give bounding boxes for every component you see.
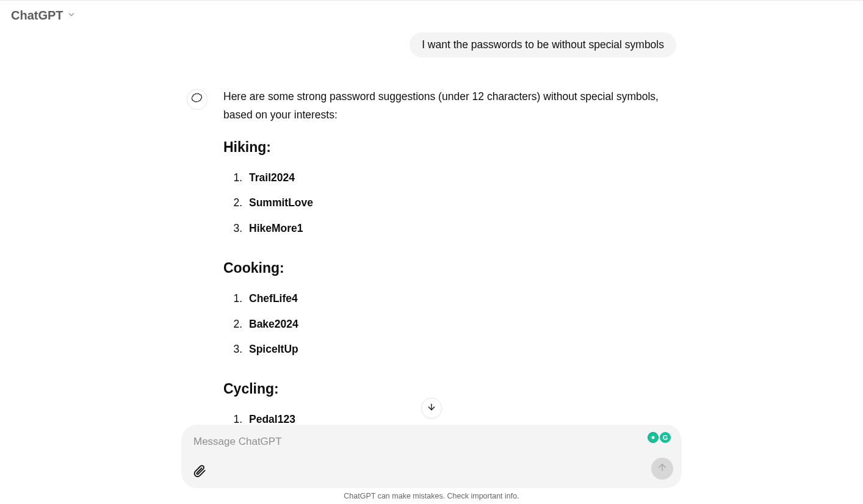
grammarly-icon[interactable]: G — [660, 432, 671, 443]
openai-logo-icon — [191, 92, 203, 107]
extension-badges: G — [648, 432, 671, 443]
paperclip-icon — [193, 464, 206, 480]
password-value: Trail2024 — [249, 171, 295, 184]
send-button[interactable] — [651, 458, 673, 480]
list-item: SummitLove — [245, 190, 676, 216]
footer-disclaimer: ChatGPT can make mistakes. Check importa… — [181, 488, 682, 502]
password-list: ChefLife4 Bake2024 SpiceItUp — [223, 286, 676, 362]
list-item: ChefLife4 — [245, 286, 676, 312]
extension-badge-icon[interactable] — [648, 432, 659, 443]
password-list: Trail2024 SummitLove HikeMore1 — [223, 165, 676, 242]
chat-thread: I want the passwords to be without speci… — [181, 25, 682, 425]
category-title: Cooking: — [223, 256, 676, 280]
list-item: Trail2024 — [245, 165, 676, 191]
arrow-up-icon — [657, 462, 668, 475]
password-value: SpiceItUp — [249, 343, 298, 355]
attach-button[interactable] — [191, 464, 208, 481]
header: ChatGPT — [0, 1, 863, 25]
password-value: SummitLove — [249, 196, 313, 209]
list-item: Pedal123 — [245, 407, 676, 425]
assistant-intro: Here are some strong password suggestion… — [223, 88, 676, 124]
model-selector[interactable]: ChatGPT — [11, 9, 63, 23]
password-value: HikeMore1 — [249, 222, 303, 234]
chevron-down-icon — [67, 10, 76, 21]
password-value: Pedal123 — [249, 413, 295, 425]
assistant-message-content: Here are some strong password suggestion… — [223, 88, 676, 425]
list-item: Bake2024 — [245, 312, 676, 337]
composer: G — [181, 425, 682, 488]
category-title: Hiking: — [223, 135, 676, 159]
svg-point-1 — [652, 436, 655, 439]
composer-area: G ChatGPT can make mistakes. Check impor… — [175, 425, 688, 504]
password-value: ChefLife4 — [249, 292, 298, 304]
scroll-to-bottom-button[interactable] — [421, 398, 442, 419]
chat-scroll-area[interactable]: I want the passwords to be without speci… — [0, 25, 863, 425]
list-item: HikeMore1 — [245, 216, 676, 242]
assistant-avatar — [187, 89, 208, 110]
assistant-message-row: Here are some strong password suggestion… — [187, 88, 676, 425]
user-message-bubble: I want the passwords to be without speci… — [410, 32, 676, 57]
password-value: Bake2024 — [249, 318, 298, 330]
message-input[interactable] — [191, 432, 672, 452]
category-title: Cycling: — [223, 377, 676, 401]
arrow-down-icon — [427, 402, 436, 414]
list-item: SpiceItUp — [245, 337, 676, 362]
user-message-row: I want the passwords to be without speci… — [187, 32, 676, 57]
password-list: Pedal123 — [223, 407, 676, 425]
